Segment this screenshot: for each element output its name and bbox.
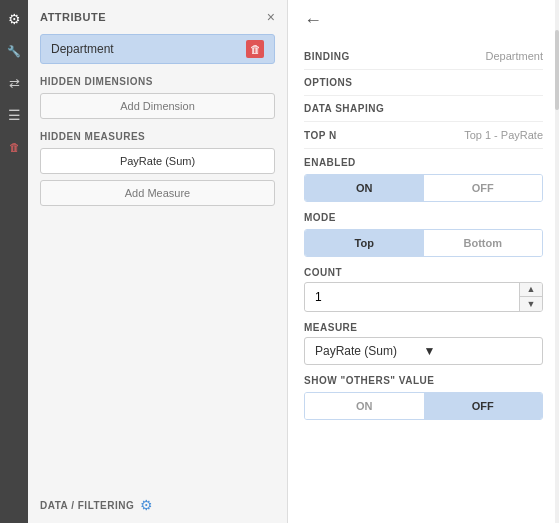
count-up-button[interactable]: ▲: [520, 283, 542, 297]
binding-label: BINDING: [304, 51, 350, 62]
show-others-toggle-group: ON OFF: [304, 392, 543, 420]
measure-label: MEASURE: [304, 322, 543, 333]
add-measure-button[interactable]: Add Measure: [40, 180, 275, 206]
bottom-bar: DATA / FILTERING ⚙: [40, 497, 275, 513]
count-spinners: ▲ ▼: [519, 283, 542, 311]
options-row: OPTIONS: [304, 70, 543, 96]
attribute-delete-button[interactable]: 🗑: [246, 40, 264, 58]
layers-icon[interactable]: [3, 104, 25, 126]
right-panel: ← BINDING Department OPTIONS DATA SHAPIN…: [288, 0, 559, 523]
scrollbar-track: [555, 0, 559, 523]
measure-dropdown[interactable]: PayRate (Sum) ▼: [304, 337, 543, 365]
mode-top-button[interactable]: Top: [305, 230, 424, 256]
binding-row: BINDING Department: [304, 43, 543, 70]
mode-toggle-group: Top Bottom: [304, 229, 543, 257]
data-shaping-row: DATA SHAPING: [304, 96, 543, 122]
show-others-off-button[interactable]: OFF: [424, 393, 543, 419]
enabled-label: ENABLED: [304, 157, 543, 168]
dropdown-arrow-icon: ▼: [424, 344, 533, 358]
count-down-button[interactable]: ▼: [520, 297, 542, 311]
close-button[interactable]: ×: [267, 10, 275, 24]
measure-dropdown-value: PayRate (Sum): [315, 344, 424, 358]
attribute-name: Department: [51, 42, 114, 56]
add-dimension-button[interactable]: Add Dimension: [40, 93, 275, 119]
hidden-measures-label: HIDDEN MEASURES: [40, 131, 275, 142]
hidden-dimensions-label: HIDDEN DIMENSIONS: [40, 76, 275, 87]
panel-header: ATTRIBUTE ×: [40, 10, 275, 24]
top-n-row: TOP N Top 1 - PayRate: [304, 122, 543, 149]
enabled-toggle-group: ON OFF: [304, 174, 543, 202]
top-n-label: TOP N: [304, 130, 337, 141]
scrollbar-thumb[interactable]: [555, 30, 559, 110]
show-others-on-button[interactable]: ON: [305, 393, 424, 419]
show-others-label: SHOW "OTHERS" VALUE: [304, 375, 543, 386]
icon-sidebar: [0, 0, 28, 523]
count-input-wrap: ▲ ▼: [304, 282, 543, 312]
trash-sidebar-icon[interactable]: [3, 136, 25, 158]
mode-bottom-button[interactable]: Bottom: [424, 230, 543, 256]
enabled-on-button[interactable]: ON: [305, 175, 424, 201]
panel-title: ATTRIBUTE: [40, 11, 106, 23]
measure-item: PayRate (Sum): [40, 148, 275, 174]
data-shaping-label: DATA SHAPING: [304, 103, 384, 114]
left-panel: ATTRIBUTE × Department 🗑 HIDDEN DIMENSIO…: [28, 0, 288, 523]
data-filtering-label: DATA / FILTERING: [40, 500, 134, 511]
arrows-icon[interactable]: [3, 72, 25, 94]
binding-value: Department: [486, 50, 543, 62]
back-button[interactable]: ←: [304, 10, 322, 31]
mode-label: MODE: [304, 212, 543, 223]
attribute-chip: Department 🗑: [40, 34, 275, 64]
top-n-value: Top 1 - PayRate: [464, 129, 543, 141]
options-label: OPTIONS: [304, 77, 353, 88]
count-input[interactable]: [305, 284, 519, 310]
data-filtering-gear-icon[interactable]: ⚙: [140, 497, 153, 513]
wrench-icon[interactable]: [3, 40, 25, 62]
count-label: COUNT: [304, 267, 543, 278]
gear-icon[interactable]: [3, 8, 25, 30]
enabled-off-button[interactable]: OFF: [424, 175, 543, 201]
